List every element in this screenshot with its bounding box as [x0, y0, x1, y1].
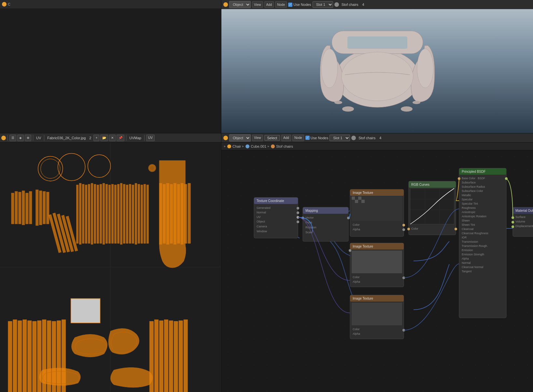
sep2 — [33, 135, 33, 141]
svg-text:Clearcoat Roughness: Clearcoat Roughness — [462, 232, 488, 235]
svg-text:Material Output: Material Output — [515, 209, 533, 212]
uv-svg — [0, 142, 221, 392]
svg-text:Subsurface: Subsurface — [462, 181, 476, 184]
material-sphere-icon — [334, 2, 339, 7]
svg-rect-111 — [352, 196, 402, 221]
node-toolbar: Object View Select Add Node ✓ Use Nodes … — [221, 133, 533, 142]
node-node-menu[interactable]: Node — [292, 135, 304, 141]
uv-pivot-btn[interactable]: ◈ — [17, 135, 24, 141]
uv-toolbar: ☰ ◈ ⊕ UV Fabric036_2K_Color.jpg 2 + 📂 ✕ … — [0, 133, 221, 142]
breadcrumb-chair[interactable]: Chair — [232, 144, 241, 148]
node-add-menu[interactable]: Add — [281, 135, 291, 141]
svg-text:Displacement: Displacement — [515, 224, 533, 228]
view-menu[interactable]: View — [252, 1, 263, 8]
uv-img-browse[interactable]: 📂 — [100, 135, 108, 141]
uv-mode-btn[interactable]: ☰ — [9, 135, 16, 141]
svg-text:Clearcoat: Clearcoat — [462, 227, 474, 231]
svg-rect-72 — [33, 321, 36, 392]
uv-mode-toggle[interactable]: UV — [146, 135, 155, 141]
svg-rect-166 — [352, 303, 402, 325]
svg-text:Image Texture: Image Texture — [353, 297, 373, 300]
node-menu[interactable]: Node — [275, 1, 287, 8]
panel-bottom-left: ☰ ◈ ⊕ UV Fabric036_2K_Color.jpg 2 + 📂 ✕ … — [0, 133, 221, 392]
svg-point-119 — [402, 224, 405, 226]
node-material-name: Stof chairs — [357, 136, 377, 140]
svg-text:Color: Color — [353, 328, 360, 331]
svg-point-129 — [455, 228, 457, 230]
svg-rect-38 — [94, 184, 96, 243]
svg-text:Vector: Vector — [305, 216, 314, 219]
svg-point-3 — [342, 52, 413, 101]
svg-text:Base Color: Base Color — [462, 177, 475, 180]
svg-rect-51 — [132, 185, 134, 243]
top-left-toolbar: C — [0, 0, 221, 8]
node-canvas: Texture Coordinate Generated Normal UV O… — [221, 150, 533, 392]
svg-point-120 — [402, 228, 405, 231]
use-nodes-toggle-node[interactable]: ✓ Use Nodes — [305, 136, 328, 140]
scene-icon — [227, 144, 231, 148]
svg-text:Generated: Generated — [257, 206, 271, 210]
svg-text:Sheen Tint: Sheen Tint — [462, 223, 475, 226]
svg-rect-20 — [22, 191, 25, 225]
svg-point-175 — [512, 221, 514, 223]
node-object-mode[interactable]: Object — [229, 134, 251, 142]
node-view-menu[interactable]: View — [252, 135, 263, 141]
svg-text:Principled BSDF: Principled BSDF — [462, 170, 485, 173]
uv-pin[interactable]: 📌 — [117, 135, 124, 141]
breadcrumb-stof[interactable]: Stof chairs — [276, 144, 293, 148]
breadcrumb-cube001[interactable]: Cube.001 — [251, 144, 266, 148]
slot-dropdown[interactable]: Slot 1 — [313, 1, 333, 8]
svg-rect-66 — [71, 299, 100, 323]
node-material-count: 4 — [378, 136, 383, 140]
svg-text:Clearcoat Normal: Clearcoat Normal — [462, 265, 483, 269]
svg-rect-47 — [120, 183, 122, 244]
editor-icon — [2, 2, 7, 7]
svg-rect-86 — [184, 320, 188, 392]
svg-text:Alpha: Alpha — [353, 280, 360, 283]
svg-rect-53 — [138, 184, 140, 243]
svg-rect-113 — [355, 200, 358, 203]
add-menu[interactable]: Add — [264, 1, 274, 8]
svg-rect-26 — [47, 192, 49, 224]
svg-rect-71 — [28, 321, 32, 392]
svg-rect-81 — [159, 321, 163, 392]
svg-point-6 — [342, 106, 354, 112]
svg-rect-70 — [23, 320, 27, 392]
svg-rect-67 — [8, 321, 12, 392]
svg-point-4 — [321, 49, 338, 88]
viewport-icon — [223, 2, 228, 7]
panel-top-left: C — [0, 0, 221, 133]
use-nodes-check[interactable]: ✓ — [288, 3, 292, 7]
use-nodes-check-node[interactable]: ✓ — [305, 136, 310, 140]
svg-rect-85 — [179, 321, 183, 392]
svg-text:IOR: IOR — [462, 236, 467, 239]
svg-text:Anisotropic Rotation: Anisotropic Rotation — [462, 215, 486, 218]
svg-text:Mapping: Mapping — [305, 209, 318, 212]
uv-editor-icon — [1, 136, 6, 140]
uv-snap-btn[interactable]: ⊕ — [25, 135, 31, 141]
panel-bottom-right: Object View Select Add Node ✓ Use Nodes … — [221, 133, 533, 392]
svg-text:Anisotropic: Anisotropic — [462, 210, 476, 214]
uv-img-x[interactable]: ✕ — [109, 135, 116, 141]
svg-text:Tangent: Tangent — [462, 270, 472, 273]
svg-text:Sheen: Sheen — [462, 219, 470, 222]
object-mode-dropdown[interactable]: Object — [229, 1, 251, 8]
uv-img-add[interactable]: + — [93, 135, 99, 141]
node-slot-dropdown[interactable]: Slot 1 — [330, 135, 350, 141]
use-nodes-toggle[interactable]: ✓ Use Nodes — [288, 3, 311, 7]
svg-rect-19 — [19, 192, 21, 224]
svg-rect-37 — [91, 183, 93, 244]
svg-text:Transmission Rough.: Transmission Rough. — [462, 244, 488, 248]
svg-rect-68 — [13, 320, 17, 392]
svg-rect-40 — [100, 184, 102, 243]
svg-rect-42 — [106, 184, 108, 243]
node-material-icon — [351, 136, 356, 140]
svg-rect-43 — [109, 185, 111, 243]
node-select-menu[interactable]: Select — [264, 135, 280, 141]
svg-text:Image Texture: Image Texture — [353, 245, 373, 248]
svg-rect-17 — [11, 193, 14, 224]
svg-text:Normal: Normal — [257, 211, 266, 214]
svg-text:Volume: Volume — [515, 220, 525, 223]
uv-channel: 2 — [88, 136, 92, 140]
svg-point-135 — [349, 249, 351, 252]
